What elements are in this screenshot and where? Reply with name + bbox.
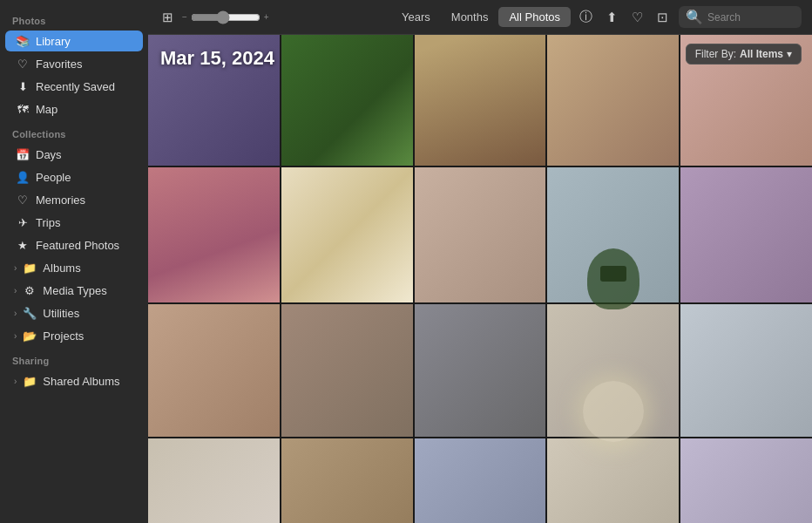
toolbar-left: ⊞ − + — [159, 8, 386, 27]
projects-icon: 📂 — [23, 329, 37, 343]
tab-months[interactable]: Months — [441, 7, 499, 27]
favorite-button[interactable]: ♡ — [628, 8, 646, 27]
sharing-section-label: Sharing — [0, 347, 148, 370]
table-row[interactable] — [148, 167, 280, 302]
share-button[interactable]: ⬆ — [603, 8, 621, 27]
search-bar: 🔍 — [679, 6, 802, 28]
main-content: ⊞ − + Years Months All Photos ⓘ ⬆ ♡ ⊡ 🔍 … — [148, 0, 812, 523]
sidebar-item-albums[interactable]: › 📁 Albums — [5, 257, 143, 278]
toolbar-tabs: Years Months All Photos — [391, 7, 571, 27]
media-types-chevron: › — [14, 286, 17, 295]
zoom-slider-container: − + — [182, 10, 269, 24]
trips-icon: ✈ — [16, 215, 30, 229]
sidebar-item-utilities[interactable]: › 🔧 Utilities — [5, 302, 143, 323]
albums-chevron: › — [14, 263, 17, 273]
crop-button[interactable]: ⊡ — [653, 8, 672, 27]
photos-section-label: Photos — [0, 7, 148, 30]
shared-albums-chevron: › — [14, 377, 17, 386]
sidebar-item-media-types[interactable]: › ⚙ Media Types — [5, 280, 143, 301]
table-row[interactable] — [148, 35, 280, 166]
favorites-icon: ♡ — [16, 57, 30, 71]
sidebar-item-library[interactable]: 📚 Library — [5, 31, 143, 51]
info-button[interactable]: ⓘ — [576, 7, 596, 27]
shared-albums-icon: 📁 — [23, 374, 37, 388]
filter-value: All Items — [740, 48, 783, 60]
table-row[interactable] — [148, 304, 280, 437]
zoom-slider[interactable] — [191, 10, 261, 24]
sidebar-item-trips[interactable]: ✈ Trips — [5, 212, 143, 233]
table-row[interactable] — [148, 438, 280, 523]
filter-chevron-icon: ▾ — [787, 48, 792, 60]
table-row[interactable] — [281, 167, 413, 302]
toolbar-right: ⓘ ⬆ ♡ ⊡ 🔍 — [576, 6, 802, 28]
sidebar-item-memories[interactable]: ♡ Memories — [5, 189, 143, 210]
sidebar-item-favorites[interactable]: ♡ Favorites — [5, 53, 143, 74]
people-icon: 👤 — [16, 170, 30, 184]
albums-icon: 📁 — [23, 261, 37, 275]
library-icon: 📚 — [16, 34, 30, 48]
days-icon: 📅 — [16, 147, 30, 161]
sidebar: Photos 📚 Library ♡ Favorites ⬇ Recently … — [0, 0, 148, 523]
tab-years[interactable]: Years — [391, 7, 441, 27]
photo-row-2 — [148, 167, 812, 302]
collections-section-label: Collections — [0, 120, 148, 143]
filter-bar: Filter By: All Items ▾ — [686, 44, 802, 65]
photo-area[interactable]: Mar 15, 2024 Filter By: All Items ▾ — [148, 35, 812, 523]
map-icon: 🗺 — [16, 102, 30, 116]
sidebar-item-projects[interactable]: › 📂 Projects — [5, 325, 143, 346]
tab-all-photos[interactable]: All Photos — [498, 7, 571, 27]
sidebar-item-days[interactable]: 📅 Days — [5, 144, 143, 165]
sidebar-item-featured-photos[interactable]: ★ Featured Photos — [5, 234, 143, 255]
search-icon: 🔍 — [686, 9, 703, 25]
recently-saved-icon: ⬇ — [16, 79, 30, 93]
featured-photos-icon: ★ — [16, 238, 30, 252]
zoom-in-icon: + — [264, 12, 269, 22]
toolbar: ⊞ − + Years Months All Photos ⓘ ⬆ ♡ ⊡ 🔍 — [148, 0, 812, 35]
memories-icon: ♡ — [16, 193, 30, 207]
sidebar-item-recently-saved[interactable]: ⬇ Recently Saved — [5, 76, 143, 97]
projects-chevron: › — [14, 331, 17, 341]
filter-label: Filter By: — [695, 48, 736, 60]
fullscreen-button[interactable]: ⊞ — [159, 8, 177, 27]
filter-button[interactable]: Filter By: All Items ▾ — [686, 44, 802, 65]
sidebar-item-people[interactable]: 👤 People — [5, 166, 143, 187]
media-types-icon: ⚙ — [23, 283, 37, 297]
search-input[interactable] — [707, 11, 795, 24]
zoom-out-icon: − — [182, 12, 187, 22]
table-row[interactable] — [281, 35, 413, 166]
sidebar-item-map[interactable]: 🗺 Map — [5, 98, 143, 119]
utilities-icon: 🔧 — [23, 306, 37, 320]
utilities-chevron: › — [14, 309, 17, 318]
sidebar-item-shared-albums[interactable]: › 📁 Shared Albums — [5, 370, 143, 391]
